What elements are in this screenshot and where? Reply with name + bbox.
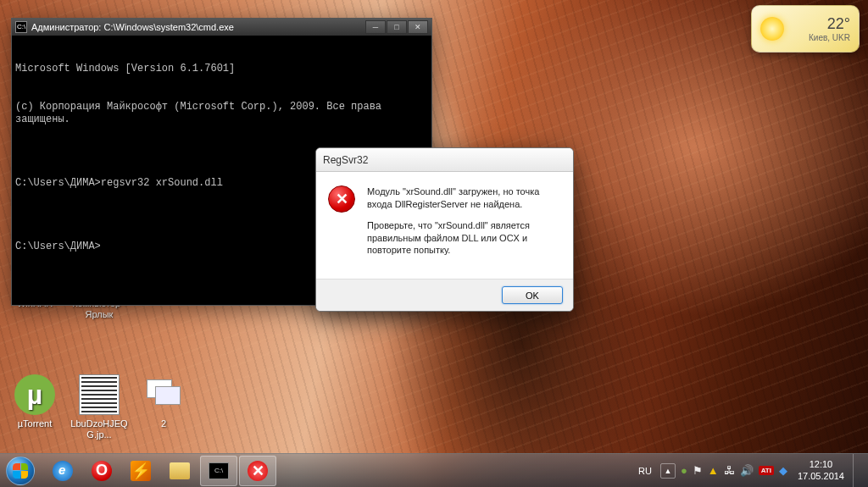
dialog-text: Модуль "xrSound.dll" загружен, но точка … bbox=[367, 185, 561, 265]
taskbar-clock[interactable]: 12:10 17.05.2014 bbox=[798, 459, 844, 481]
ie-icon bbox=[53, 461, 73, 481]
taskbar-opera[interactable] bbox=[83, 456, 120, 486]
dialog-titlebar[interactable]: RegSvr32 bbox=[316, 148, 573, 172]
taskbar-items: ⚡ C:\ ✕ bbox=[41, 454, 276, 487]
show-desktop-button[interactable] bbox=[853, 454, 861, 488]
taskbar: ⚡ C:\ ✕ RU ▲ ● ⚑ ▲ 🖧 🔊 ATI ◆ 12:10 17.05… bbox=[0, 453, 868, 487]
desktop-label: 2 bbox=[132, 418, 195, 429]
ati-tray-icon[interactable]: ATI bbox=[759, 466, 774, 475]
explorer-icon bbox=[170, 462, 190, 479]
taskbar-winamp[interactable]: ⚡ bbox=[122, 456, 159, 486]
ok-button[interactable]: OK bbox=[502, 286, 563, 304]
cmd-line: Microsoft Windows [Version 6.1.7601] bbox=[15, 63, 428, 75]
weather-city: Киев, UKR bbox=[791, 33, 850, 42]
dialog-message-1: Модуль "xrSound.dll" загружен, но точка … bbox=[367, 185, 561, 211]
image-thumbnail-icon bbox=[79, 374, 120, 415]
error-taskbar-icon: ✕ bbox=[248, 461, 268, 481]
weather-text: 22° Киев, UKR bbox=[791, 15, 850, 42]
taskbar-cmd[interactable]: C:\ bbox=[200, 456, 237, 486]
maximize-button[interactable]: □ bbox=[387, 20, 407, 34]
tray-icon[interactable]: ▲ bbox=[708, 464, 719, 477]
sun-icon bbox=[760, 17, 784, 41]
clock-date: 17.05.2014 bbox=[798, 471, 844, 482]
regsvr32-dialog[interactable]: RegSvr32 ✕ Модуль "xrSound.dll" загружен… bbox=[315, 147, 574, 312]
start-button[interactable] bbox=[0, 454, 41, 488]
dialog-footer: OK bbox=[316, 279, 573, 311]
desktop-label: µTorrent bbox=[3, 418, 66, 429]
cmd-icon: C:\ bbox=[15, 21, 27, 33]
cmd-titlebar[interactable]: C:\ Администратор: C:\Windows\system32\c… bbox=[12, 19, 431, 36]
winamp-icon: ⚡ bbox=[131, 461, 151, 481]
dialog-message-2: Проверьте, что "xrSound.dll" является пр… bbox=[367, 219, 561, 257]
close-button[interactable]: ✕ bbox=[408, 20, 428, 34]
desktop-icon-folder-2[interactable]: 2 bbox=[132, 374, 195, 429]
utorrent-icon: µ bbox=[14, 374, 55, 415]
cmd-line: (c) Корпорация Майкрософт (Microsoft Cor… bbox=[15, 101, 428, 126]
clock-time: 12:10 bbox=[798, 459, 844, 470]
action-center-icon[interactable]: ⚑ bbox=[693, 464, 703, 477]
tray-icon-generic[interactable]: ◆ bbox=[779, 464, 787, 477]
dialog-body: ✕ Модуль "xrSound.dll" загружен, но точк… bbox=[316, 172, 573, 279]
desktop-label: LbuDzoHJEQG.jp... bbox=[68, 418, 131, 440]
windows-logo-icon bbox=[6, 457, 35, 485]
desktop-icon-utorrent[interactable]: µ µTorrent bbox=[3, 374, 66, 429]
tray-expand-button[interactable]: ▲ bbox=[660, 463, 676, 479]
desktop-icon-image[interactable]: LbuDzoHJEQG.jp... bbox=[68, 374, 131, 440]
minimize-button[interactable]: ─ bbox=[365, 20, 386, 34]
taskbar-regsvr32[interactable]: ✕ bbox=[239, 456, 276, 486]
taskbar-explorer[interactable] bbox=[161, 456, 198, 486]
network-icon[interactable]: 🖧 bbox=[724, 464, 735, 477]
cmd-title-text: Администратор: C:\Windows\system32\cmd.e… bbox=[31, 22, 234, 32]
system-tray: RU ▲ ● ⚑ ▲ 🖧 🔊 ATI ◆ 12:10 17.05.2014 bbox=[635, 454, 868, 487]
cmd-taskbar-icon: C:\ bbox=[209, 462, 229, 479]
weather-gadget[interactable]: 22° Киев, UKR bbox=[751, 5, 860, 53]
opera-icon bbox=[92, 461, 112, 481]
utorrent-tray-icon[interactable]: ● bbox=[681, 464, 687, 477]
folder-preview-icon bbox=[143, 374, 184, 415]
dialog-title-text: RegSvr32 bbox=[323, 154, 368, 166]
weather-temperature: 22° bbox=[791, 15, 850, 33]
language-indicator[interactable]: RU bbox=[635, 464, 655, 478]
taskbar-ie[interactable] bbox=[44, 456, 81, 486]
error-icon: ✕ bbox=[328, 185, 355, 213]
volume-icon[interactable]: 🔊 bbox=[740, 464, 754, 477]
